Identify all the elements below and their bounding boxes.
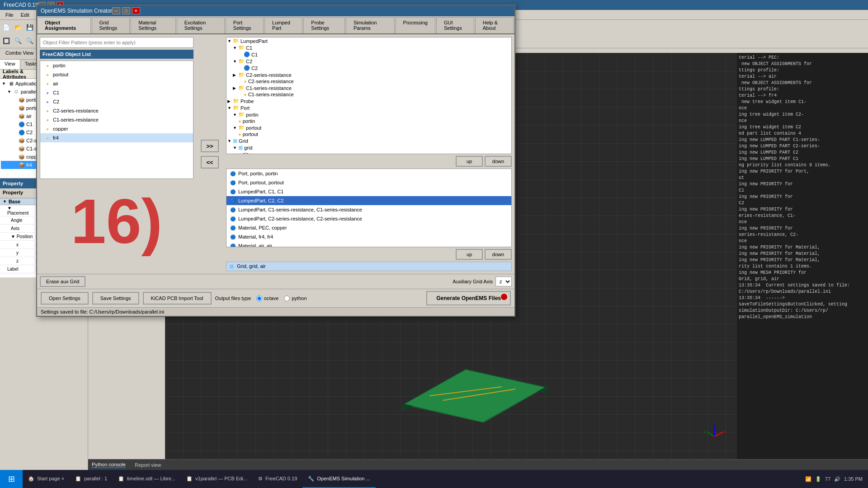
out-line-17: ing new LUMPED PART C1 [739,156,866,162]
out-line-40: saveToFileSettingsButtonClicked, setting [739,301,866,308]
node-portin-g[interactable]: ▼ 📁 portin [226,111,511,118]
forward-arrow-btn[interactable]: >> [201,140,219,152]
pri-mat-air[interactable]: 🔵 Material, air, air [226,241,511,247]
node-port[interactable]: ▼ 📁 Port [226,104,511,111]
c1resg-label: C1-series-resistance [246,85,292,91]
arrow-panel: >> << [196,48,223,271]
save-btn[interactable]: 💾 [24,22,35,33]
obj-portin[interactable]: ● portin [88,61,193,70]
out-line-5: new OBJECT ASSIGNMENTS for [739,80,866,86]
base-expand-arrow: ▼ [3,199,7,204]
obj-portout[interactable]: ● portout [88,70,193,79]
openems-dialog: OpenEMS Simulation Creator ─ □ ✕ Object … [88,48,515,317]
node-grid[interactable]: ▼ ▦ Grid [226,137,511,144]
node-c2res-item[interactable]: ● C2-series-resistance [226,78,511,84]
node-portin-item[interactable]: ● portin [226,118,511,124]
freecad-list-header: FreeCAD Object List [88,50,193,59]
radio-python[interactable] [284,296,290,301]
kicad-import-label: KiCAD PCB Import Tool [151,296,203,301]
taskbar-item-v1parallel[interactable]: 📋 v1parallel — PCB Edi... [181,470,253,488]
generate-btn[interactable]: Generate OpenEMS Files [426,291,511,305]
obj-c2res[interactable]: ● C2-series-resistance [88,106,193,115]
taskbar-item-start-page[interactable]: 🏠 Start page × [23,470,70,488]
kicad-import-btn[interactable]: KiCAD PCB Import Tool [143,292,212,305]
open-btn[interactable]: 📂 [13,22,24,33]
start-button[interactable]: ⊞ [0,470,23,488]
out-line-10: ing tree widget item C2- [739,112,866,118]
dialog-footer: Open Settings Save Settings KiCAD PCB Im… [88,289,514,307]
pri-down-btn[interactable]: down [485,249,512,260]
node-grid-air[interactable]: ● air [226,151,511,154]
report-view-tab[interactable]: Report view [135,462,161,468]
node-c1res-item[interactable]: ● C1-series-resistance [226,91,511,98]
c2resg-folder-icon: 📁 [238,72,245,78]
new-btn[interactable]: 📄 [1,22,12,33]
output-panel: terial --> PEC: new OBJECT ASSIGNMENTS f… [737,53,868,459]
pri-lump-c2res[interactable]: 🔵 LumpedPart, C2-series-resistance, C2-s… [226,214,511,223]
node-c2-item[interactable]: 🔵 C2 [226,65,511,71]
grid-axis-select[interactable]: z x y [495,277,512,286]
python-console-tab[interactable]: Python console [92,462,126,468]
portining-folder-icon: 📁 [238,112,245,117]
pri-port-portout[interactable]: 🔵 Port, portout, portout [226,178,511,187]
node-portout-g[interactable]: ▼ 📁 portout [226,124,511,131]
tray-battery-icon: 🔋 [815,476,821,482]
c1g-folder-icon: 📁 [238,48,245,51]
taskbar-item-freecad[interactable]: ⚙ FreeCAD 0.19 [253,470,302,488]
c2i-label: C2 [251,66,258,71]
pri-lc1res-label: LumpedPart, C1-series-resistance, C1-ser… [238,207,362,212]
obj-c2[interactable]: ● C2 [88,97,193,106]
c2i-icon: 🔵 [244,65,250,71]
obj-copper[interactable]: ● copper [88,124,193,133]
pri-mat-fr4[interactable]: 🔵 Material, fr4, fr4 [226,232,511,241]
pri-up-btn[interactable]: up [456,249,483,260]
c2-icon: 🔵 [18,129,25,136]
radio-octave[interactable] [256,296,262,301]
pri-port-portin[interactable]: 🔵 Port, portin, portin [226,169,511,178]
pri-mat-pec[interactable]: 🔵 Material, PEC, copper [226,223,511,232]
save-settings-btn[interactable]: Save Settings [92,292,139,305]
out-line-34: rity list contains 1 items. [739,263,866,270]
obj-c1res[interactable]: ● C1-series-resistance [88,115,193,124]
portining-expand: ▼ [233,113,238,117]
zoom-out-btn[interactable]: 🔍 [24,35,35,46]
open-settings-btn[interactable]: Open Settings [88,292,89,305]
menu-file[interactable]: File [2,11,17,19]
menu-edit[interactable]: Edit [17,11,33,19]
main-area: Combo View 📌 View Tasks Labels & Attribu… [0,48,868,470]
c1-icon: 🔵 [18,121,25,128]
node-probe[interactable]: ▶ 📁 Probe [226,98,511,104]
obj-c1[interactable]: ● C1 [88,88,193,97]
node-c1-item[interactable]: 🔵 C1 [226,51,511,58]
pri-lump-c1[interactable]: 🔵 LumpedPart, C1, C1 [226,187,511,196]
taskbar-item-parallel[interactable]: 📋 parallel : 1 [70,470,113,488]
node-c2-group[interactable]: ▼ 📁 C2 [226,58,511,65]
app-expand-arrow: ▼ [2,81,7,86]
app-icon: 🖥 [7,80,14,87]
tray-network-icon: 📶 [805,476,811,482]
taskbar-item-openems[interactable]: 🔧 OpenEMS Simulation ... [302,470,375,488]
tree-down-btn[interactable]: down [485,156,512,167]
pri-matpec-label: Material, PEC, copper [238,225,287,230]
v1parallel-label: v1parallel — PCB Edi... [195,476,247,481]
back-arrow-btn[interactable]: << [201,156,219,169]
dialog-status-bar: Settings saved to file: C:/Users/rp/Down… [88,307,514,316]
parallel-icon: ⚙ [13,88,20,95]
node-grid-sub[interactable]: ▼ ▦ grid [226,144,511,151]
node-c2res-group[interactable]: ▶ 📁 C2-series-resistance [226,71,511,78]
tree-up-btn[interactable]: up [456,156,483,167]
view3d-btn[interactable]: 🔲 [1,35,12,46]
obj-fr4[interactable]: ● fr4 [88,133,193,142]
pri-lump-c2[interactable]: 🔵 LumpedPart, C2, C2 [226,196,511,205]
out-line-2: new OBJECT ASSIGNMENTS for [739,61,866,67]
portini-label: portin [243,118,255,124]
pri-portin-label: Port, portin, portin [238,171,278,176]
node-c1res-group[interactable]: ▶ 📁 C1-series-resistance [226,84,511,91]
zoom-in-btn[interactable]: 🔍 [13,35,24,46]
tree-up-label: up [467,159,472,164]
gridsub-label: grid [244,145,252,150]
taskbar-item-timeline[interactable]: 📋 timeline.odt — Libre... [113,470,181,488]
pri-lump-c1res[interactable]: 🔵 LumpedPart, C1-series-resistance, C1-s… [226,205,511,214]
node-portout-item[interactable]: ● portout [226,131,511,137]
obj-air[interactable]: ● air [88,79,193,88]
